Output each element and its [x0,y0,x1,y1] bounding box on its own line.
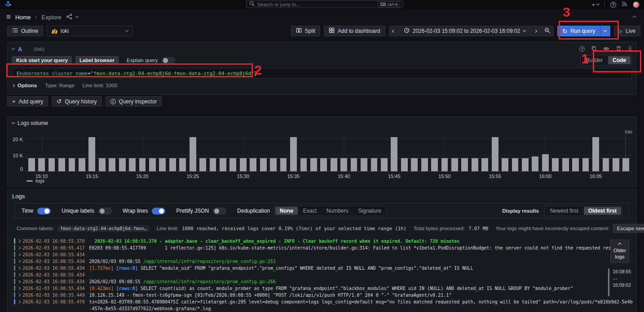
time-forward-button[interactable] [531,26,540,36]
run-query-button[interactable]: ↻Run query [557,26,610,36]
volume-bar[interactable] [552,158,559,171]
volume-bar[interactable] [431,158,438,171]
query-inspector-button[interactable]: iQuery inspector [106,96,162,107]
outline-button[interactable]: Outline [7,26,43,36]
volume-bar[interactable] [250,158,256,171]
oldest-first-option[interactable]: Oldest first [584,207,621,215]
prettify-json-toggle[interactable] [213,208,226,214]
volume-bar[interactable] [603,158,609,171]
logs-volume-chart[interactable]: 20 K 10 K 0 loki 15:1015:1515:2015:2515:… [26,136,631,172]
log-row-expand-icon[interactable] [15,258,22,263]
query-history-button[interactable]: ↺Query history [52,96,101,107]
new-menu-button[interactable]: + [591,1,599,8]
volume-bar[interactable] [290,137,297,171]
label-browser-button[interactable]: Label browser [75,56,119,64]
query-help-icon[interactable]: ? [579,46,585,52]
volume-bar[interactable] [79,158,85,171]
volume-bar[interactable] [472,158,478,171]
log-row[interactable]: 2026-02-03 16:08:55.434[1.727ms] [rows:0… [14,265,636,272]
volume-bar[interactable] [371,158,378,171]
log-row-expand-icon[interactable] [15,265,22,269]
help-icon[interactable]: ? [610,2,616,8]
volume-bar[interactable] [361,158,367,171]
volume-bar[interactable] [28,158,35,171]
explain-query-toggle[interactable] [162,57,175,64]
log-row-expand-icon[interactable] [15,272,22,276]
user-avatar[interactable] [633,1,640,8]
volume-bar[interactable] [119,158,126,171]
collapse-query-icon[interactable] [12,47,15,50]
volume-bar[interactable] [88,137,95,171]
kick-start-query-button[interactable]: Kick start your query [12,56,72,64]
global-search[interactable]: ⌨ctrl+k [246,0,403,8]
volume-bar[interactable] [149,158,156,171]
log-row-expand-icon[interactable] [15,299,22,303]
log-row[interactable]: 2026-02-03 16:08:55.4342026/02/03 09:08:… [14,258,636,265]
unique-labels-toggle[interactable] [98,208,112,214]
volume-bar[interactable] [351,158,357,171]
time-toggle[interactable] [37,208,51,214]
collapse-panel-button[interactable] [631,12,638,22]
log-row-expand-icon[interactable] [15,245,22,249]
volume-bar[interactable] [502,158,508,171]
volume-bar[interactable] [441,158,448,171]
volume-bar[interactable] [340,158,347,171]
volume-bar[interactable] [331,158,337,171]
zoom-out-button[interactable] [541,26,554,36]
volume-bar[interactable] [210,158,216,171]
volume-bar[interactable] [38,158,45,171]
volume-bar[interactable] [139,158,146,171]
volume-bar[interactable] [451,158,458,171]
volume-bar[interactable] [58,158,65,171]
newest-first-option[interactable]: Newest first [546,207,583,215]
volume-bar[interactable] [622,158,629,171]
live-button[interactable]: ▷ Live [614,26,640,36]
news-rss-icon[interactable] [622,1,627,8]
volume-bar[interactable] [159,158,166,171]
log-row[interactable]: 2026-02-03 16:08:55.434 [14,272,636,278]
volume-bar[interactable] [401,158,408,171]
volume-bar[interactable] [69,158,75,171]
volume-bar[interactable] [481,158,488,171]
volume-bar[interactable] [512,158,519,171]
volume-bar[interactable] [49,158,55,171]
grafana-logo-icon[interactable] [4,0,12,9]
common-labels-value[interactable]: fmon-data-stg2-04-echp8j6d-fmon… [57,225,150,232]
menu-icon[interactable]: ≡ [6,13,11,22]
volume-bar[interactable] [229,158,236,171]
add-to-dashboard-button[interactable]: Add to dashboard [324,26,385,36]
log-row[interactable]: 2026-02-03 16:08:55.44910.126.15.149 - f… [14,292,636,299]
volume-bar[interactable] [169,158,176,171]
dedup-option-exact[interactable]: Exact [299,207,321,215]
volume-bar[interactable] [240,158,247,171]
builder-mode-option[interactable]: Builder [582,56,607,64]
escape-newlines-button[interactable]: Escape newlines [613,224,644,233]
logs-volume-collapse[interactable]: Logs volume [8,117,636,126]
log-row[interactable]: 2026-02-03 16:08:55.479ts=2026-02-03T09:… [14,299,636,312]
code-mode-option[interactable]: Code [608,56,631,64]
volume-bar[interactable] [542,154,549,171]
time-range-button[interactable]: 2026-02-03 15:09:02 to 2026-02-03 16:09:… [399,26,531,36]
dedup-option-none[interactable]: None [275,207,298,215]
log-row[interactable]: 2026-02-03 16:08:55.4342026/02/03 09:08:… [14,278,636,285]
options-expander[interactable]: Options [12,83,37,88]
volume-bar[interactable] [411,158,418,171]
drag-handle-icon[interactable]: ⠿ [628,46,632,52]
volume-bar[interactable] [381,158,388,171]
chevron-down-icon[interactable] [75,15,79,18]
volume-bar[interactable] [310,158,317,171]
log-row[interactable]: 2026-02-03 16:08:55.417E0203 09:08:55.41… [14,245,636,251]
delete-query-trash-icon[interactable] [616,45,622,53]
log-row[interactable]: 2026-02-03 16:08:55.434[0.423ms] [rows:0… [14,285,636,292]
volume-bar[interactable] [320,158,327,171]
log-row[interactable]: 2026-02-03 16:08:55.370 2026-02-03 16:08… [14,238,636,245]
volume-bar[interactable] [129,158,136,171]
volume-bar[interactable] [562,158,569,171]
volume-bar[interactable] [280,158,287,171]
wrap-lines-toggle[interactable] [152,208,165,214]
volume-bar[interactable] [109,158,115,171]
chart-legend[interactable]: logs [26,178,44,183]
breadcrumb-home[interactable]: Home [15,14,31,21]
split-button[interactable]: Split [291,26,320,36]
datasource-picker[interactable]: loki [47,26,133,36]
